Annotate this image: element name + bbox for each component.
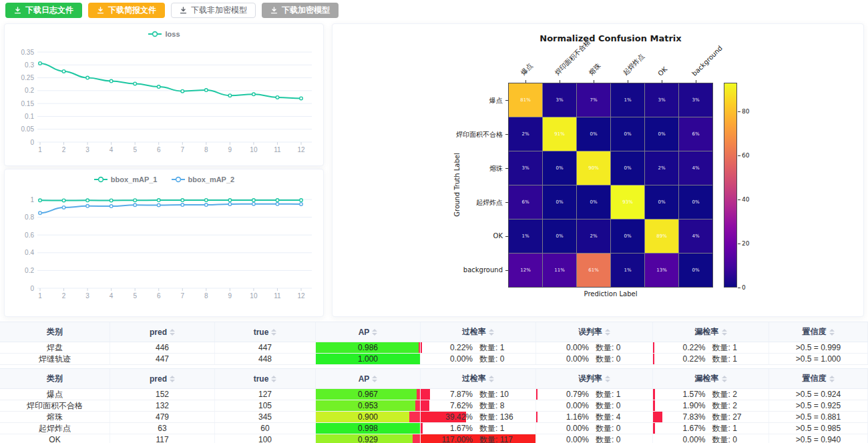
svg-text:0: 0 — [30, 139, 34, 146]
cell-misjudge-rate: 0.00%数量: 0 — [536, 354, 653, 364]
legend-item-bbox-map-2[interactable]: bbox_mAP_2 — [171, 175, 235, 183]
download-log-button[interactable]: 下载日志文件 — [5, 3, 82, 18]
matrix-cell: 7% — [577, 83, 610, 117]
svg-text:0.4: 0.4 — [25, 249, 34, 256]
matrix-cell: 2% — [509, 117, 542, 151]
matrix-cell: 0% — [577, 117, 610, 151]
rate-bar — [421, 342, 422, 353]
matrix-y-tick-label: OK — [403, 232, 503, 240]
rate-bar — [421, 400, 429, 411]
svg-text:1: 1 — [30, 196, 34, 203]
svg-text:3: 3 — [85, 292, 89, 300]
sort-icon[interactable] — [170, 376, 175, 382]
ground-truth-label-axis-title: Ground Truth Label — [453, 153, 461, 216]
column-header-AP[interactable]: AP — [316, 369, 421, 388]
sort-icon[interactable] — [489, 376, 494, 382]
column-header-误判率[interactable]: 误判率 — [536, 322, 653, 342]
colorbar-tick-label: 40 — [742, 196, 749, 203]
sort-icon[interactable] — [271, 329, 276, 336]
table-row: 焊印面积不合格1321050.9537.62%数量: 80.00%数量: 01.… — [0, 400, 868, 412]
column-header-pred[interactable]: pred — [110, 369, 215, 388]
column-header-AP[interactable]: AP — [316, 322, 421, 342]
column-header-过检率[interactable]: 过检率 — [421, 322, 536, 342]
rate-bar — [653, 354, 654, 364]
download-brief-button[interactable]: 下载简报文件 — [88, 3, 165, 18]
button-label: 下载非加密模型 — [191, 5, 247, 16]
cell-true: 127 — [215, 389, 316, 400]
rate-bar — [653, 389, 655, 400]
column-header-漏检率[interactable]: 漏检率 — [653, 369, 769, 388]
matrix-cell: 0% — [611, 219, 644, 253]
column-header-label: true — [254, 328, 269, 337]
legend-item-bbox-map-1[interactable]: bbox_mAP_1 — [93, 175, 158, 183]
svg-text:2: 2 — [62, 292, 66, 300]
cell-category: 爆点 — [0, 389, 110, 400]
sort-icon[interactable] — [372, 329, 377, 336]
matrix-x-tick-label: OK — [656, 65, 668, 77]
column-header-误判率[interactable]: 误判率 — [536, 369, 653, 388]
cell-ap: 1.000 — [316, 354, 421, 364]
column-header-label: true — [254, 374, 269, 384]
sort-icon[interactable] — [829, 376, 835, 382]
sort-icon[interactable] — [829, 329, 835, 336]
sort-icon[interactable] — [605, 329, 610, 336]
cell-pred: 152 — [110, 389, 215, 400]
metrics-tables: 类别predtrueAP过检率误判率漏检率置信度焊盘4464470.9860.2… — [0, 322, 868, 443]
download-plain-model-button[interactable]: 下载非加密模型 — [171, 3, 256, 18]
metrics-table-classes: 类别predtrueAP过检率误判率漏检率置信度爆点1521270.9677.8… — [0, 368, 868, 443]
column-header-true[interactable]: true — [215, 369, 316, 388]
matrix-cell: 13% — [645, 254, 678, 287]
cell-misscheck-rate: 7.83%数量: 27 — [653, 412, 769, 422]
rate-bar — [421, 389, 430, 400]
ap-remainder-bar — [409, 412, 420, 422]
column-header-过检率[interactable]: 过检率 — [421, 369, 536, 388]
download-icon — [180, 7, 187, 14]
legend-item-loss[interactable]: loss — [148, 30, 180, 38]
confusion-matrix-title: Normalized Confusion Matrix — [508, 33, 713, 43]
download-encrypted-model-button[interactable]: 下载加密模型 — [262, 3, 339, 18]
sort-icon[interactable] — [605, 376, 610, 382]
rate-percent: 0.00% — [668, 435, 706, 443]
cell-misscheck-rate: 1.67%数量: 1 — [653, 423, 769, 434]
cell-confidence: >0.5 = 0.881 — [769, 412, 868, 422]
sort-icon[interactable] — [722, 376, 727, 382]
colorbar-tick-label: 60 — [742, 152, 749, 159]
column-header-置信度[interactable]: 置信度 — [769, 369, 868, 388]
rate-percent: 0.00% — [552, 424, 589, 433]
rate-count: 数量: 0 — [596, 434, 637, 443]
sort-icon[interactable] — [271, 376, 276, 382]
table-row: 焊缝轨迹4474481.0000.00%数量: 00.00%数量: 00.22%… — [0, 354, 868, 365]
cell-overcheck-rate: 7.87%数量: 10 — [421, 389, 536, 400]
rate-count: 数量: 10 — [479, 389, 521, 400]
sort-icon[interactable] — [489, 329, 494, 336]
column-header-pred[interactable]: pred — [110, 322, 215, 342]
legend-label: bbox_mAP_1 — [111, 175, 158, 183]
sort-icon[interactable] — [372, 376, 377, 382]
sort-icon[interactable] — [170, 329, 175, 336]
rate-percent: 7.62% — [435, 401, 473, 410]
dashboard-page: 下载日志文件 下载简报文件 下载非加密模型 下载加密模型 loss 00.050… — [0, 0, 868, 443]
column-header-label: 类别 — [47, 326, 63, 338]
matrix-cell: 0% — [543, 151, 576, 185]
column-header-置信度[interactable]: 置信度 — [769, 322, 868, 342]
rate-bar — [536, 389, 537, 400]
rate-bar — [536, 412, 537, 422]
svg-text:0.15: 0.15 — [21, 100, 35, 107]
column-header-label: 漏检率 — [695, 326, 719, 338]
svg-text:0.2: 0.2 — [25, 87, 34, 94]
rate-percent: 7.87% — [435, 390, 473, 399]
column-header-漏检率[interactable]: 漏检率 — [653, 322, 769, 342]
svg-text:0.35: 0.35 — [21, 49, 35, 56]
matrix-cell: 3% — [543, 83, 576, 117]
matrix-x-tick-label: background — [691, 44, 724, 77]
svg-text:3: 3 — [85, 146, 89, 153]
ap-value: 0.998 — [358, 424, 378, 433]
matrix-y-tick-label: 爆点 — [403, 96, 503, 105]
column-header-true[interactable]: true — [215, 322, 316, 342]
sort-icon[interactable] — [722, 329, 727, 336]
cell-misscheck-rate: 1.57%数量: 2 — [653, 389, 769, 400]
rate-percent: 0.79% — [552, 390, 589, 399]
matrix-cell: 4% — [679, 219, 712, 253]
ap-value: 0.967 — [358, 390, 378, 399]
table-row: OK1171000.929117.00%数量: 1170.00%数量: 00.0… — [0, 434, 868, 443]
